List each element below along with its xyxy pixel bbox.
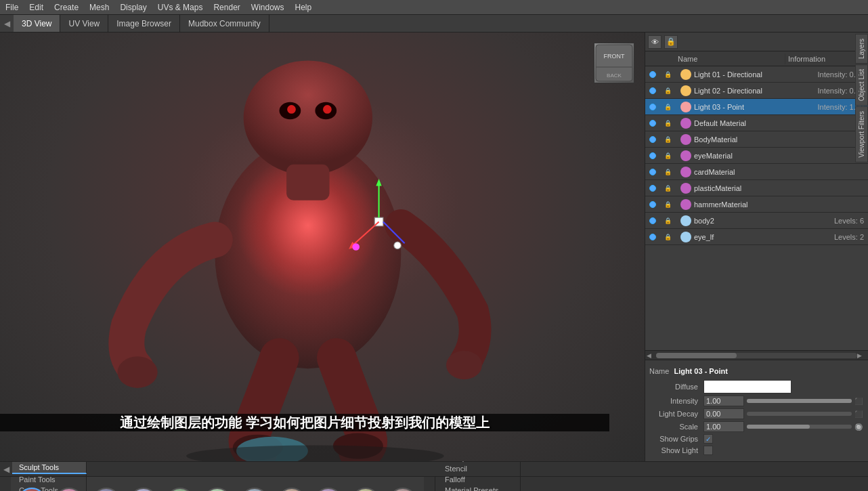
layer-vis-toggle[interactable] (645, 87, 660, 94)
light-decay-slider[interactable] (747, 412, 852, 416)
layer-vis-toggle[interactable] (645, 217, 660, 224)
intensity-input[interactable] (703, 396, 744, 406)
intensity-slider-icon[interactable]: ⬛ (854, 398, 864, 405)
layer-lock-btn[interactable]: 🔒 (660, 234, 675, 240)
tool-smooth[interactable]: Smooth (52, 488, 87, 492)
tab-3d-view[interactable]: 3D View (14, 15, 60, 32)
tab-uv-view[interactable]: UV View (60, 15, 108, 32)
layer-vis-toggle[interactable] (645, 71, 660, 78)
tool-icon-foamy (203, 488, 232, 492)
layer-lock-btn[interactable]: 🔒 (660, 136, 675, 143)
tool-repeat[interactable]: Repeat (274, 488, 309, 492)
tool-imprint[interactable]: Imprint (311, 488, 346, 492)
layers-hscroll[interactable]: ◀ ▶ (645, 350, 868, 360)
tool-scrap[interactable]: Scrap (385, 488, 420, 492)
layer-lock-btn[interactable]: 🔒 (660, 120, 675, 127)
lock-icon[interactable]: 🔒 (664, 35, 678, 49)
tool-tabs-left-arrow[interactable]: ◀ (0, 462, 12, 476)
tool-tab-sculpt-tools[interactable]: Sculpt Tools (12, 462, 87, 474)
layer-vis-toggle[interactable] (645, 136, 660, 143)
layer-row[interactable]: 🔒 eyeMaterial (645, 148, 868, 164)
eye-visibility-icon[interactable]: 👁 (648, 35, 661, 49)
navcube-face[interactable]: FRONT BACK (594, 43, 634, 83)
layer-vis-toggle[interactable] (645, 152, 660, 159)
layer-vis-toggle[interactable] (645, 234, 660, 240)
preset-tab-stencil[interactable]: Stencil (435, 463, 521, 474)
tool-foamy[interactable]: Foamy (200, 488, 235, 492)
tool-scroll-left[interactable]: ◀ (0, 477, 11, 491)
layer-lock-btn[interactable]: 🔒 (660, 217, 675, 224)
layer-lock-btn[interactable]: 🔒 (660, 152, 675, 159)
tool-grab[interactable]: Grab (89, 488, 123, 492)
preset-tab-falloff[interactable]: Falloff (435, 474, 521, 485)
show-light-checkbox[interactable] (703, 446, 713, 455)
nav-left-arrow[interactable]: ◀ (0, 19, 14, 28)
layer-vis-toggle[interactable] (645, 169, 660, 175)
light-decay-icon[interactable]: ⬛ (854, 410, 864, 418)
layer-row[interactable]: 🔒 plasticMaterial (645, 180, 868, 196)
layer-vis-toggle[interactable] (645, 185, 660, 192)
light-decay-row: Light Decay ⬛ (649, 408, 864, 419)
preset-tab-material-presets[interactable]: Material Presets (435, 485, 521, 492)
tool-scroll-right[interactable]: ▶ (424, 477, 435, 491)
vert-tab-viewport-filters[interactable]: Viewport Filters (855, 106, 868, 163)
menu-help[interactable]: Help (290, 1, 318, 14)
hscroll-thumb[interactable] (656, 353, 737, 358)
layer-row[interactable]: 🔒 Default Material (645, 115, 868, 131)
layer-type-icon (680, 134, 691, 145)
vert-tab-layers[interactable]: Layers (855, 34, 868, 64)
tab-image-browser[interactable]: Image Browser (108, 15, 180, 32)
layer-lock-btn[interactable]: 🔒 (660, 201, 675, 208)
layer-row[interactable]: 🔒 body2 Levels: 6 (645, 213, 868, 229)
menu-edit[interactable]: Edit (24, 1, 49, 14)
tool-pinch[interactable]: Pinch (126, 488, 160, 492)
layer-row[interactable]: 🔒 eye_lf Levels: 2 (645, 229, 868, 245)
layer-type-icon (680, 118, 691, 129)
col-header-name: Name (675, 54, 785, 64)
layer-vis-toggle[interactable] (645, 120, 660, 127)
layer-row[interactable]: 🔒 cardMaterial (645, 164, 868, 180)
menu-mesh[interactable]: Mesh (84, 1, 114, 14)
diffuse-swatch[interactable] (703, 380, 791, 393)
layer-lock-btn[interactable]: 🔒 (660, 71, 675, 78)
tool-sculpt[interactable]: Sculpt (15, 488, 49, 492)
hscroll-left-btn[interactable]: ◀ (647, 352, 656, 359)
layer-lock-btn[interactable]: 🔒 (660, 185, 675, 192)
navigation-cube[interactable]: FRONT BACK (590, 39, 638, 87)
layer-row[interactable]: 🔒 BodyMaterial (645, 131, 868, 148)
layer-row[interactable]: 🔒 Light 02 - Directional Intensity: 0.81 (645, 83, 868, 99)
scale-slider[interactable] (747, 425, 852, 429)
layer-row[interactable]: 🔒 Light 03 - Point Intensity: 1.00 (645, 99, 868, 115)
show-grips-checkbox[interactable] (703, 434, 713, 444)
scale-input[interactable] (703, 421, 744, 432)
layer-row[interactable]: 🔒 Light 01 - Directional Intensity: 0.86 (645, 66, 868, 83)
tool-flatten[interactable]: Flatten (163, 488, 198, 492)
layer-row[interactable]: 🔒 hammerMaterial (645, 196, 868, 213)
intensity-slider[interactable] (747, 399, 852, 403)
tool-spray[interactable]: Spray (237, 488, 272, 492)
tab-mudbox-community[interactable]: Mudbox Community (180, 15, 269, 32)
menu-render[interactable]: Render (208, 1, 245, 14)
menu-windows[interactable]: Windows (246, 1, 290, 14)
layer-vis-toggle[interactable] (645, 104, 660, 110)
menu-display[interactable]: Display (114, 1, 152, 14)
scale-row: Scale 🔘 (649, 421, 864, 432)
hscroll-track[interactable] (656, 353, 857, 358)
layer-lock-btn[interactable]: 🔒 (660, 87, 675, 94)
menu-uvs[interactable]: UVs & Maps (152, 1, 209, 14)
viewport-3d[interactable]: FRONT BACK 通过绘制图层的功能 学习如何把图片细节投射到我们的模型上 (0, 33, 645, 461)
hscroll-right-btn[interactable]: ▶ (857, 352, 867, 359)
show-light-row: Show Light (649, 446, 864, 455)
layer-lock-btn[interactable]: 🔒 (660, 169, 675, 175)
tool-wax[interactable]: Wax (349, 488, 383, 492)
scale-icon[interactable]: 🔘 (854, 423, 864, 431)
prop-name-row: Name Light 03 - Point (649, 364, 864, 378)
menu-file[interactable]: File (0, 1, 24, 14)
layer-vis-toggle[interactable] (645, 201, 660, 208)
layer-name-text: Light 03 - Point (694, 103, 794, 111)
light-decay-input[interactable] (703, 408, 744, 419)
menu-create[interactable]: Create (49, 1, 84, 14)
vert-tab-object-list[interactable]: Object List (855, 64, 868, 106)
layer-lock-btn[interactable]: 🔒 (660, 104, 675, 110)
layer-type-icon (680, 69, 691, 80)
